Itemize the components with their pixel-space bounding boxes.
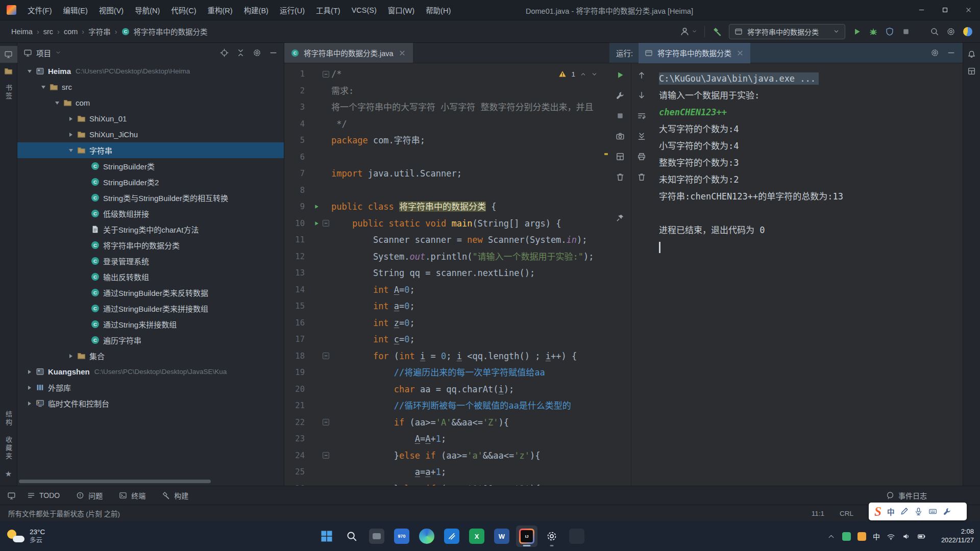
code-line-4[interactable]: 4 */ xyxy=(284,116,609,133)
user-caret-icon[interactable] xyxy=(692,29,697,34)
scrollend-icon[interactable] xyxy=(637,132,646,141)
menu-item-0[interactable]: 文件(F) xyxy=(22,0,58,20)
fold-icon[interactable]: − xyxy=(323,452,329,459)
stripe-project-button[interactable] xyxy=(0,46,17,63)
menu-item-2[interactable]: 视图(V) xyxy=(93,0,129,20)
tree-item-临时文件和控制台[interactable]: 临时文件和控制台 xyxy=(17,395,284,411)
fold-icon[interactable]: − xyxy=(323,419,329,425)
search-icon[interactable] xyxy=(930,27,939,36)
code-line-24[interactable]: 24− }else if (aa>='a'&&aa<='z'){ xyxy=(284,447,609,464)
menu-item-8[interactable]: 工具(T) xyxy=(310,0,346,20)
tree-item-StringBuilder类[interactable]: CStringBuilder类 xyxy=(17,158,284,174)
breadcrumb-item-4[interactable]: 将字符串中的数据分类 xyxy=(134,26,208,37)
code-line-25[interactable]: 25 a=a+1; xyxy=(284,464,609,481)
run-settings-icon[interactable] xyxy=(930,48,939,57)
clear-icon[interactable] xyxy=(637,172,646,182)
inspection-widget[interactable]: 1 xyxy=(555,68,601,80)
camera-icon[interactable] xyxy=(616,132,625,141)
horizontal-scrollbar[interactable] xyxy=(19,480,211,483)
taskbar-app-app970-icon[interactable]: 970 xyxy=(391,525,412,547)
caret-position[interactable]: 11:1 xyxy=(812,510,824,517)
favorites-star-icon[interactable]: ★ xyxy=(5,469,12,479)
tree-chevron-icon[interactable] xyxy=(28,402,33,406)
console-output[interactable]: C:\KuGou\Java\bin\java.exe ...请输入一个数据用于实… xyxy=(652,63,963,486)
code-line-14[interactable]: 14 int A=0; xyxy=(284,282,609,298)
menu-item-4[interactable]: 代码(C) xyxy=(165,0,202,20)
editor-tab[interactable]: C 将字符串中的数据分类.java xyxy=(284,43,413,63)
tree-item-遍历字符串[interactable]: C遍历字符串 xyxy=(17,332,284,348)
prev-issue-icon[interactable] xyxy=(580,71,586,78)
taskbar-app-excel-icon[interactable]: X xyxy=(466,525,487,547)
run-config-select[interactable]: 将字符串中的数据分类 xyxy=(729,24,845,39)
tree-item-登录管理系统[interactable]: C登录管理系统 xyxy=(17,253,284,269)
run-tab[interactable]: 将字符串中的数据分类 xyxy=(639,43,750,63)
taskbar-app-idea-icon[interactable]: IJ xyxy=(516,525,537,547)
code-line-8[interactable]: 8 xyxy=(284,182,609,199)
fold-icon[interactable]: − xyxy=(323,220,329,227)
settings-icon[interactable] xyxy=(253,48,261,57)
tree-item-关于String类中的charAt方法[interactable]: 关于String类中的charAt方法 xyxy=(17,221,284,237)
code-line-21[interactable]: 21 //循环判断被每一个被赋值的aa是什么类型的 xyxy=(284,397,609,414)
print-icon[interactable] xyxy=(637,152,646,161)
maximize-button[interactable] xyxy=(933,0,957,20)
tree-item-将字符串中的数据分类[interactable]: C将字符串中的数据分类 xyxy=(17,237,284,253)
tree-chevron-icon[interactable] xyxy=(55,102,59,107)
code-line-23[interactable]: 23 A=A+1; xyxy=(284,431,609,447)
taskbar-app-settings-icon[interactable] xyxy=(541,525,562,547)
user-icon[interactable] xyxy=(680,27,690,36)
pin-icon[interactable] xyxy=(616,213,625,222)
breadcrumb-item-1[interactable]: src xyxy=(43,28,53,36)
bottom-tab-构建[interactable]: 构建 xyxy=(162,490,188,500)
softwrap-icon[interactable] xyxy=(637,111,646,120)
hide-icon[interactable] xyxy=(269,48,278,57)
trash-icon[interactable] xyxy=(616,172,625,182)
tree-item-Kuangshen[interactable]: KuangshenC:\Users\PC\Desktop\Desktop\Jav… xyxy=(17,364,284,380)
stripe-bookmarks[interactable]: 书签 xyxy=(4,84,13,101)
sogou-toolbar[interactable]: S 中 xyxy=(869,503,967,520)
tree-item-通过StringBuilder类来拼接数组[interactable]: C通过StringBuilder类来拼接数组 xyxy=(17,300,284,316)
tree-chevron-icon[interactable] xyxy=(28,370,33,374)
stripe-layout-button[interactable] xyxy=(963,63,980,80)
debug-icon[interactable] xyxy=(869,27,878,36)
code-line-26[interactable]: 26 }else if (aa>='0'&&aa<='9'){ xyxy=(284,481,609,486)
code-line-9[interactable]: 9public class 将字符串中的数据分类 { xyxy=(284,198,609,215)
taskbar-clock[interactable]: 2:08 2022/11/27 xyxy=(934,528,974,545)
breadcrumb-item-3[interactable]: 字符串 xyxy=(88,26,111,37)
settings-icon[interactable] xyxy=(946,27,955,36)
up-icon[interactable] xyxy=(637,70,646,80)
menu-item-5[interactable]: 重构(R) xyxy=(202,0,238,20)
taskbar-app-ghost-icon[interactable] xyxy=(566,525,587,547)
close-button[interactable] xyxy=(957,0,980,20)
tree-item-com[interactable]: com xyxy=(17,95,284,111)
tree-item-ShiXun_JiChu[interactable]: ShiXun_JiChu xyxy=(17,127,284,142)
tree-chevron-icon[interactable] xyxy=(69,117,75,121)
tree-chevron-icon[interactable] xyxy=(28,70,32,75)
code-line-7[interactable]: 7import java.util.Scanner; xyxy=(284,165,609,182)
bottom-tab-TODO[interactable]: TODO xyxy=(27,490,60,500)
menu-item-3[interactable]: 导航(N) xyxy=(129,0,165,20)
battery-icon[interactable] xyxy=(917,532,926,541)
layout-icon[interactable] xyxy=(616,152,625,161)
tree-item-src[interactable]: src xyxy=(17,79,284,95)
taskbar-app-widgets-icon[interactable] xyxy=(366,525,387,547)
tree-item-Heima[interactable]: HeimaC:\Users\PC\Desktop\Desktop\Heima xyxy=(17,63,284,79)
code-line-17[interactable]: 17 int c=0; xyxy=(284,331,609,348)
stop-icon[interactable] xyxy=(616,111,625,120)
code-line-5[interactable]: 5package com.字符串; xyxy=(284,132,609,149)
sogou-logo[interactable]: S xyxy=(874,505,881,518)
minimize-button[interactable] xyxy=(910,0,933,20)
menu-item-1[interactable]: 编辑(E) xyxy=(58,0,93,20)
toolbox-icon[interactable] xyxy=(943,507,951,516)
code-line-15[interactable]: 15 int a=0; xyxy=(284,298,609,315)
code-line-18[interactable]: 18− for (int i = 0; i <qq.length() ; i++… xyxy=(284,348,609,365)
editor-body[interactable]: 1−/*2需求:3将一个字符串中的大写字符 小写字符 整数字符分别分类出来，并且… xyxy=(284,63,609,486)
hide-panel-icon[interactable] xyxy=(947,48,955,57)
sogou-input-mode[interactable]: 中 xyxy=(887,506,895,517)
build-project-icon[interactable] xyxy=(712,27,722,36)
code-line-3[interactable]: 3将一个字符串中的大写字符 小写字符 整数字符分别分类出来，并且 xyxy=(284,99,609,116)
stripe-notifications-button[interactable] xyxy=(963,46,980,63)
code-line-10[interactable]: 10− public static void main(String[] arg… xyxy=(284,215,609,232)
tree-chevron-icon[interactable] xyxy=(69,354,75,358)
tree-item-通过String来拼接数组[interactable]: C通过String来拼接数组 xyxy=(17,316,284,332)
menu-item-9[interactable]: VCS(S) xyxy=(346,0,382,20)
